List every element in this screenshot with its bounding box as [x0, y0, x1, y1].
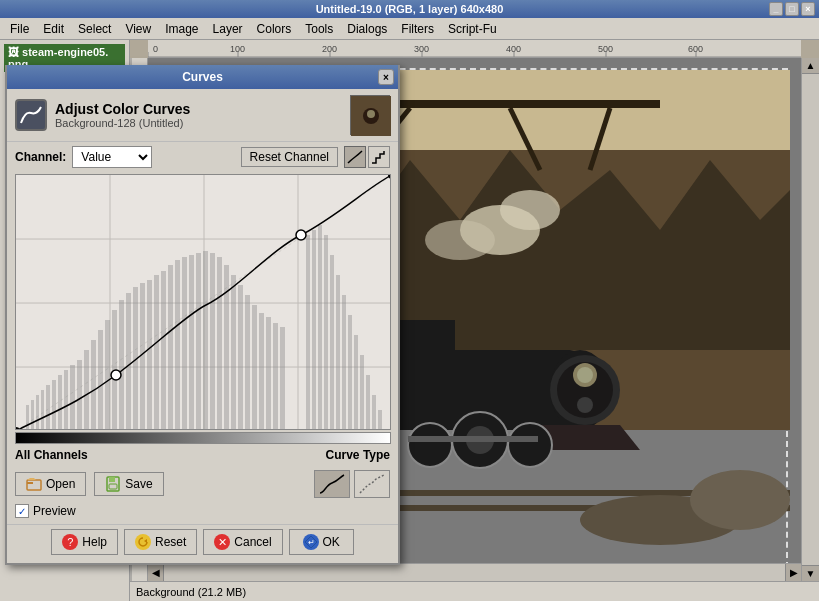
menu-view[interactable]: View [119, 20, 157, 38]
svg-rect-107 [366, 375, 370, 430]
gradient-bar [15, 432, 391, 444]
svg-rect-71 [105, 320, 110, 430]
scrollbar-right[interactable]: ▲ ▼ [801, 58, 819, 581]
svg-rect-85 [203, 251, 208, 430]
ok-button[interactable]: ↵ OK [289, 529, 354, 555]
menu-colors[interactable]: Colors [251, 20, 298, 38]
minimize-btn[interactable]: _ [769, 2, 783, 16]
svg-rect-104 [348, 315, 352, 430]
menu-layer[interactable]: Layer [207, 20, 249, 38]
svg-rect-82 [182, 257, 187, 430]
svg-rect-67 [77, 360, 82, 430]
svg-rect-115 [27, 482, 33, 484]
help-icon: ? [62, 534, 78, 550]
svg-rect-84 [196, 253, 201, 430]
svg-rect-78 [154, 275, 159, 430]
svg-rect-77 [147, 280, 152, 430]
svg-rect-103 [342, 295, 346, 430]
svg-rect-101 [330, 255, 334, 430]
svg-rect-109 [378, 410, 382, 430]
curve-view-curve-btn[interactable] [344, 146, 366, 168]
maximize-btn[interactable]: □ [785, 2, 799, 16]
reset-icon [135, 534, 151, 550]
menu-file[interactable]: File [4, 20, 35, 38]
menu-script-fu[interactable]: Script-Fu [442, 20, 503, 38]
dialog-header: Adjust Color Curves Background-128 (Unti… [7, 89, 398, 142]
save-icon [105, 476, 121, 492]
open-save-row: Open Save [7, 466, 398, 502]
svg-rect-61 [41, 390, 44, 430]
curves-graph[interactable] [15, 174, 391, 430]
svg-point-37 [408, 423, 452, 467]
cancel-label: Cancel [234, 535, 271, 549]
svg-rect-89 [231, 275, 236, 430]
curves-graph-container [15, 174, 390, 430]
menu-select[interactable]: Select [72, 20, 117, 38]
menu-tools[interactable]: Tools [299, 20, 339, 38]
curve-options-row: All Channels Curve Type [7, 444, 398, 466]
menu-image[interactable]: Image [159, 20, 204, 38]
svg-rect-62 [46, 385, 50, 430]
curve-type-smooth-btn[interactable] [314, 470, 350, 498]
scroll-right-btn[interactable]: ▶ [785, 564, 801, 581]
help-button[interactable]: ? Help [51, 529, 118, 555]
svg-rect-100 [324, 235, 328, 430]
svg-rect-65 [64, 370, 68, 430]
curve-type-free-btn[interactable] [354, 470, 390, 498]
svg-rect-70 [98, 330, 103, 430]
menu-filters[interactable]: Filters [395, 20, 440, 38]
close-main-btn[interactable]: × [801, 2, 815, 16]
scroll-left-btn[interactable]: ◀ [148, 564, 164, 581]
preview-checkbox[interactable]: ✓ [15, 504, 29, 518]
scroll-down-btn[interactable]: ▼ [802, 565, 819, 581]
cancel-icon: ✕ [214, 534, 230, 550]
adjust-title: Adjust Color Curves [55, 101, 342, 117]
svg-rect-81 [175, 260, 180, 430]
svg-rect-92 [252, 305, 257, 430]
curves-dialog: Curves × Adjust Color Curves Background-… [5, 65, 400, 565]
svg-text:0: 0 [153, 44, 158, 54]
status-text: Background (21.2 MB) [136, 586, 246, 598]
svg-rect-90 [238, 285, 243, 430]
svg-rect-86 [210, 253, 215, 430]
channel-select[interactable]: Value Red Green Blue Alpha [72, 146, 152, 168]
action-buttons-row: ? Help Reset ✕ Cancel ↵ OK [7, 524, 398, 563]
reset-channel-button[interactable]: Reset Channel [241, 147, 338, 167]
svg-rect-95 [273, 323, 278, 430]
svg-rect-59 [31, 400, 34, 430]
svg-point-38 [508, 423, 552, 467]
all-channels-label: All Channels [15, 448, 88, 462]
ok-icon: ↵ [303, 534, 319, 550]
svg-rect-68 [84, 350, 89, 430]
scroll-up-btn[interactable]: ▲ [802, 58, 819, 74]
svg-point-110 [111, 370, 121, 380]
curves-svg [16, 175, 391, 430]
curves-icon [15, 99, 47, 131]
svg-point-32 [577, 367, 593, 383]
svg-point-50 [367, 110, 375, 118]
cancel-button[interactable]: ✕ Cancel [203, 529, 282, 555]
reset-label: Reset [155, 535, 186, 549]
open-label: Open [46, 477, 75, 491]
menu-dialogs[interactable]: Dialogs [341, 20, 393, 38]
svg-rect-99 [318, 225, 322, 430]
svg-rect-98 [312, 230, 316, 430]
save-button[interactable]: Save [94, 472, 163, 496]
svg-rect-102 [336, 275, 340, 430]
svg-rect-91 [245, 295, 250, 430]
menu-edit[interactable]: Edit [37, 20, 70, 38]
open-icon [26, 476, 42, 492]
svg-point-25 [500, 190, 560, 230]
svg-rect-97 [306, 235, 310, 430]
svg-rect-74 [126, 293, 131, 430]
open-button[interactable]: Open [15, 472, 86, 496]
scrollbar-bottom[interactable]: ◀ ▶ [148, 563, 801, 581]
svg-rect-83 [189, 255, 194, 430]
svg-rect-64 [58, 375, 62, 430]
curve-type-buttons [314, 470, 390, 498]
reset-button[interactable]: Reset [124, 529, 197, 555]
dialog-close-button[interactable]: × [378, 69, 394, 85]
svg-rect-93 [259, 313, 264, 430]
curve-view-sample-btn[interactable] [368, 146, 390, 168]
adjust-subtitle: Background-128 (Untitled) [55, 117, 342, 129]
